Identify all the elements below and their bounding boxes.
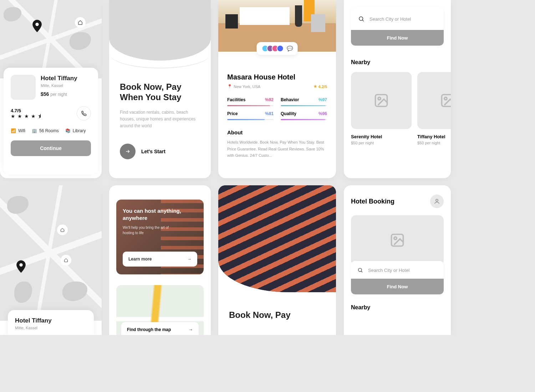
svg-point-3	[378, 97, 381, 100]
screen-search-nearby: Search City or Hotel Find Now Nearby Ser…	[344, 0, 451, 178]
host-sub: We'll help you bring the art of hosting …	[123, 225, 173, 236]
screen-onboarding: Book Now, Pay When You Stay Find vacatio…	[109, 0, 211, 178]
screen-hotel-detail-masara: 💬 Masara House Hotel 📍New York, USA ★4.2…	[218, 0, 336, 178]
image-placeholder-icon	[417, 72, 451, 129]
host-card: You can host anything, anywhere We'll he…	[116, 200, 204, 274]
screen-hotel-booking-home: Hotel Booking Search City or Hotel Find …	[344, 185, 451, 335]
hotel-rating: ★4.2/5	[314, 84, 327, 89]
chat-icon: 💬	[287, 46, 293, 51]
screen-map-hotel-detail: Hotel Tiffany Mitte, Kassel $56 per nigh…	[0, 0, 102, 178]
svg-point-9	[394, 237, 397, 239]
map-pin-icon[interactable]	[32, 20, 42, 32]
metric-facilities: Facilities%92	[227, 97, 274, 106]
rating-stars-icon: ★ ★ ★ ★ ⯨	[11, 113, 43, 119]
continue-button[interactable]: Continue	[11, 140, 91, 156]
profile-button[interactable]	[430, 195, 444, 208]
arrow-right-icon: →	[189, 327, 193, 332]
rooms-icon: 🏢	[32, 128, 37, 133]
find-now-button[interactable]: Find Now	[351, 30, 444, 46]
map-discover-card[interactable]: Find through the map →	[116, 285, 204, 335]
amenity-rooms: 🏢56 Rooms	[32, 128, 59, 133]
rating-value: 4.7/5	[11, 108, 43, 113]
search-icon	[357, 267, 363, 273]
svg-point-1	[359, 17, 363, 21]
hero-image	[109, 0, 211, 61]
metric-quality: Quallity%96	[281, 111, 327, 120]
screen-onboarding-2: Book Now, Pay	[218, 185, 336, 335]
headline: Book Now, Pay	[229, 310, 325, 320]
headline: Book Now, Pay When You Stay	[120, 82, 200, 103]
host-title: You can host anything, anywhere	[123, 207, 197, 221]
search-icon	[358, 16, 365, 22]
guest-avatars[interactable]: 💬	[257, 42, 298, 55]
hotel-price: $56 per night	[15, 334, 87, 335]
start-button[interactable]: Let's Start	[120, 144, 200, 159]
amenity-library: 📚Library	[65, 128, 86, 133]
svg-point-7	[436, 199, 438, 201]
hero-image-placeholder	[351, 215, 444, 265]
nearby-card[interactable]: Serenity Hotel $50 per night	[351, 72, 412, 145]
hotel-name: Hotel Tiffany	[15, 317, 87, 324]
user-icon	[434, 198, 440, 205]
call-button[interactable]	[77, 106, 91, 120]
pin-icon: 📍	[227, 84, 232, 89]
hero-building-photo	[218, 185, 336, 292]
metric-price: Price%81	[227, 111, 274, 120]
nearby-heading: Nearby	[351, 304, 444, 311]
metric-behavior: Behavior%97	[281, 97, 327, 106]
library-icon: 📚	[65, 128, 71, 133]
nearby-card[interactable]: Tiffany Hotel $50 per night	[417, 72, 451, 145]
home-marker-icon[interactable]	[61, 255, 71, 265]
hotel-title: Masara House Hotel	[227, 73, 327, 81]
home-marker-icon[interactable]	[57, 225, 68, 235]
arrow-right-icon	[120, 144, 136, 159]
screen-map-hotel-detail-2: ← Hotel Tiffany Mitte, Kassel $56 per ni…	[0, 185, 102, 335]
star-icon: ★	[314, 84, 317, 89]
map-view[interactable]	[0, 185, 102, 321]
about-heading: About	[227, 129, 327, 135]
wifi-icon: 📶	[11, 128, 16, 133]
page-title: Hotel Booking	[351, 198, 394, 205]
hotel-location: Mitte, Kassel	[15, 326, 87, 330]
hotel-location: 📍New York, USA	[227, 84, 260, 89]
learn-more-button[interactable]: Learn more →	[123, 252, 197, 267]
search-input[interactable]: Search City or Hotel	[351, 261, 444, 279]
home-marker-icon[interactable]	[75, 17, 86, 28]
hotel-card: Hotel Tiffany Mitte, Kassel $56 per nigh…	[4, 68, 98, 175]
hotel-thumbnail	[11, 75, 36, 100]
svg-point-6	[19, 263, 22, 267]
arrow-right-icon: →	[187, 257, 192, 262]
find-now-button[interactable]: Find Now	[351, 279, 444, 294]
find-map-button[interactable]: Find through the map →	[121, 322, 199, 335]
svg-point-5	[444, 97, 447, 100]
map-view[interactable]	[0, 0, 102, 78]
map-pin-icon[interactable]	[16, 260, 26, 273]
about-text: Hotels Worldwide. Book Now, Pay When You…	[227, 139, 327, 159]
svg-point-10	[358, 268, 362, 272]
screen-host-discover: You can host anything, anywhere We'll he…	[109, 185, 211, 335]
svg-point-0	[35, 23, 39, 26]
hotel-card: Hotel Tiffany Mitte, Kassel $56 per nigh…	[8, 310, 94, 335]
nearby-heading: Nearby	[351, 59, 444, 66]
nearby-list[interactable]: Serenity Hotel $50 per night Tiffany Hot…	[351, 72, 444, 145]
amenity-wifi: 📶Wifi	[11, 128, 25, 133]
image-placeholder-icon	[351, 72, 412, 129]
search-input[interactable]: Search City or Hotel	[351, 7, 444, 31]
subheadline: Find vacation rentals, cabins, beach hou…	[120, 109, 200, 130]
